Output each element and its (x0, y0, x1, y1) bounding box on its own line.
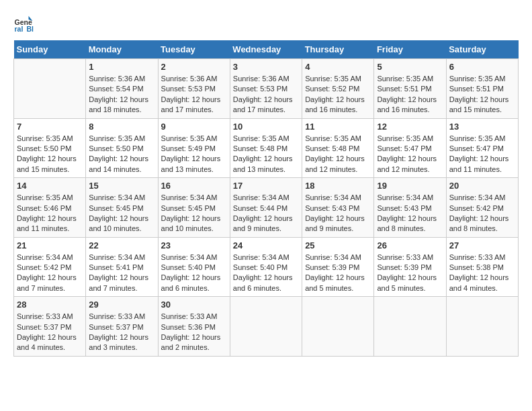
calendar-cell: 27Sunrise: 5:33 AM Sunset: 5:38 PM Dayli… (446, 237, 518, 297)
calendar-header: SundayMondayTuesdayWednesdayThursdayFrid… (14, 40, 519, 59)
calendar-cell: 28Sunrise: 5:33 AM Sunset: 5:37 PM Dayli… (14, 297, 86, 357)
day-content: Sunrise: 5:34 AM Sunset: 5:40 PM Dayligh… (161, 253, 227, 294)
day-number: 5 (377, 62, 443, 72)
day-content: Sunrise: 5:34 AM Sunset: 5:45 PM Dayligh… (89, 193, 154, 234)
calendar-cell: 9Sunrise: 5:35 AM Sunset: 5:49 PM Daylig… (158, 118, 230, 178)
logo: Gene ral Blue (13, 13, 36, 34)
calendar-cell: 15Sunrise: 5:34 AM Sunset: 5:45 PM Dayli… (86, 178, 158, 238)
calendar-cell: 29Sunrise: 5:33 AM Sunset: 5:37 PM Dayli… (86, 297, 158, 357)
day-content: Sunrise: 5:33 AM Sunset: 5:36 PM Dayligh… (161, 312, 227, 353)
calendar-cell: 3Sunrise: 5:36 AM Sunset: 5:53 PM Daylig… (230, 59, 302, 119)
day-content: Sunrise: 5:34 AM Sunset: 5:41 PM Dayligh… (89, 253, 154, 294)
day-number: 3 (233, 62, 299, 72)
calendar-cell: 24Sunrise: 5:34 AM Sunset: 5:40 PM Dayli… (230, 237, 302, 297)
day-content: Sunrise: 5:35 AM Sunset: 5:46 PM Dayligh… (17, 193, 83, 234)
day-content: Sunrise: 5:34 AM Sunset: 5:42 PM Dayligh… (449, 193, 515, 234)
day-number: 13 (449, 122, 515, 132)
day-number: 4 (305, 62, 371, 72)
calendar-cell: 26Sunrise: 5:33 AM Sunset: 5:39 PM Dayli… (374, 237, 446, 297)
day-content: Sunrise: 5:35 AM Sunset: 5:48 PM Dayligh… (233, 134, 299, 175)
day-number: 14 (17, 181, 83, 191)
calendar-cell: 18Sunrise: 5:34 AM Sunset: 5:43 PM Dayli… (302, 178, 374, 238)
day-number: 21 (17, 240, 83, 250)
day-content: Sunrise: 5:34 AM Sunset: 5:44 PM Dayligh… (233, 193, 299, 234)
calendar-cell: 4Sunrise: 5:35 AM Sunset: 5:52 PM Daylig… (302, 59, 374, 119)
day-content: Sunrise: 5:36 AM Sunset: 5:53 PM Dayligh… (161, 74, 227, 116)
calendar-cell: 17Sunrise: 5:34 AM Sunset: 5:44 PM Dayli… (230, 178, 302, 238)
calendar-cell: 22Sunrise: 5:34 AM Sunset: 5:41 PM Dayli… (86, 237, 158, 297)
day-number: 20 (449, 181, 515, 191)
calendar-cell: 14Sunrise: 5:35 AM Sunset: 5:46 PM Dayli… (14, 178, 86, 238)
day-content: Sunrise: 5:35 AM Sunset: 5:49 PM Dayligh… (161, 134, 227, 175)
day-content: Sunrise: 5:36 AM Sunset: 5:53 PM Dayligh… (233, 74, 299, 116)
calendar-cell: 19Sunrise: 5:34 AM Sunset: 5:43 PM Dayli… (374, 178, 446, 238)
day-number: 19 (377, 181, 443, 191)
day-content: Sunrise: 5:35 AM Sunset: 5:51 PM Dayligh… (377, 74, 443, 116)
day-number: 26 (377, 240, 443, 250)
day-number: 2 (161, 62, 227, 72)
day-content: Sunrise: 5:35 AM Sunset: 5:47 PM Dayligh… (377, 134, 443, 175)
calendar-cell: 12Sunrise: 5:35 AM Sunset: 5:47 PM Dayli… (374, 118, 446, 178)
calendar-cell: 21Sunrise: 5:34 AM Sunset: 5:42 PM Dayli… (14, 237, 86, 297)
calendar-cell: 1Sunrise: 5:36 AM Sunset: 5:54 PM Daylig… (86, 59, 158, 119)
day-number: 1 (89, 62, 154, 72)
calendar-cell: 10Sunrise: 5:35 AM Sunset: 5:48 PM Dayli… (230, 118, 302, 178)
day-number: 6 (449, 62, 515, 72)
day-content: Sunrise: 5:35 AM Sunset: 5:51 PM Dayligh… (449, 74, 515, 116)
day-number: 17 (233, 181, 299, 191)
day-content: Sunrise: 5:35 AM Sunset: 5:52 PM Dayligh… (305, 74, 371, 116)
day-number: 7 (17, 122, 83, 132)
day-number: 9 (161, 122, 227, 132)
calendar-cell: 11Sunrise: 5:35 AM Sunset: 5:48 PM Dayli… (302, 118, 374, 178)
weekday-header-friday: Friday (374, 40, 446, 59)
calendar-cell: 5Sunrise: 5:35 AM Sunset: 5:51 PM Daylig… (374, 59, 446, 119)
weekday-header-saturday: Saturday (446, 40, 518, 59)
calendar-table: SundayMondayTuesdayWednesdayThursdayFrid… (13, 40, 519, 357)
logo-icon: Gene ral Blue (13, 13, 34, 34)
calendar-week-row: 14Sunrise: 5:35 AM Sunset: 5:46 PM Dayli… (14, 178, 519, 238)
day-content: Sunrise: 5:34 AM Sunset: 5:40 PM Dayligh… (233, 253, 299, 294)
weekday-header-monday: Monday (86, 40, 158, 59)
day-number: 24 (233, 240, 299, 250)
weekday-header-tuesday: Tuesday (158, 40, 230, 59)
day-number: 10 (233, 122, 299, 132)
day-number: 25 (305, 240, 371, 250)
day-content: Sunrise: 5:34 AM Sunset: 5:43 PM Dayligh… (305, 193, 371, 234)
calendar-cell: 7Sunrise: 5:35 AM Sunset: 5:50 PM Daylig… (14, 118, 86, 178)
day-content: Sunrise: 5:35 AM Sunset: 5:47 PM Dayligh… (449, 134, 515, 175)
calendar-cell (374, 297, 446, 357)
day-number: 8 (89, 122, 154, 132)
calendar-week-row: 21Sunrise: 5:34 AM Sunset: 5:42 PM Dayli… (14, 237, 519, 297)
day-content: Sunrise: 5:33 AM Sunset: 5:37 PM Dayligh… (17, 312, 83, 353)
page-header: Gene ral Blue (13, 13, 519, 34)
calendar-cell: 25Sunrise: 5:34 AM Sunset: 5:39 PM Dayli… (302, 237, 374, 297)
calendar-cell: 16Sunrise: 5:34 AM Sunset: 5:45 PM Dayli… (158, 178, 230, 238)
weekday-header-thursday: Thursday (302, 40, 374, 59)
calendar-week-row: 28Sunrise: 5:33 AM Sunset: 5:37 PM Dayli… (14, 297, 519, 357)
calendar-cell: 6Sunrise: 5:35 AM Sunset: 5:51 PM Daylig… (446, 59, 518, 119)
calendar-cell: 13Sunrise: 5:35 AM Sunset: 5:47 PM Dayli… (446, 118, 518, 178)
day-number: 29 (89, 300, 154, 310)
day-content: Sunrise: 5:35 AM Sunset: 5:50 PM Dayligh… (17, 134, 83, 175)
calendar-cell: 30Sunrise: 5:33 AM Sunset: 5:36 PM Dayli… (158, 297, 230, 357)
day-content: Sunrise: 5:33 AM Sunset: 5:38 PM Dayligh… (449, 253, 515, 294)
weekday-header-row: SundayMondayTuesdayWednesdayThursdayFrid… (14, 40, 519, 59)
day-content: Sunrise: 5:34 AM Sunset: 5:43 PM Dayligh… (377, 193, 443, 234)
day-content: Sunrise: 5:35 AM Sunset: 5:48 PM Dayligh… (305, 134, 371, 175)
day-content: Sunrise: 5:35 AM Sunset: 5:50 PM Dayligh… (89, 134, 154, 175)
calendar-cell (302, 297, 374, 357)
day-content: Sunrise: 5:34 AM Sunset: 5:42 PM Dayligh… (17, 253, 83, 294)
calendar-cell: 2Sunrise: 5:36 AM Sunset: 5:53 PM Daylig… (158, 59, 230, 119)
day-content: Sunrise: 5:33 AM Sunset: 5:37 PM Dayligh… (89, 312, 154, 353)
day-number: 18 (305, 181, 371, 191)
calendar-body: 1Sunrise: 5:36 AM Sunset: 5:54 PM Daylig… (14, 59, 519, 357)
calendar-cell (14, 59, 86, 119)
weekday-header-sunday: Sunday (14, 40, 86, 59)
day-content: Sunrise: 5:34 AM Sunset: 5:45 PM Dayligh… (161, 193, 227, 234)
calendar-week-row: 1Sunrise: 5:36 AM Sunset: 5:54 PM Daylig… (14, 59, 519, 119)
weekday-header-wednesday: Wednesday (230, 40, 302, 59)
calendar-cell: 23Sunrise: 5:34 AM Sunset: 5:40 PM Dayli… (158, 237, 230, 297)
calendar-cell: 20Sunrise: 5:34 AM Sunset: 5:42 PM Dayli… (446, 178, 518, 238)
day-number: 27 (449, 240, 515, 250)
day-number: 23 (161, 240, 227, 250)
